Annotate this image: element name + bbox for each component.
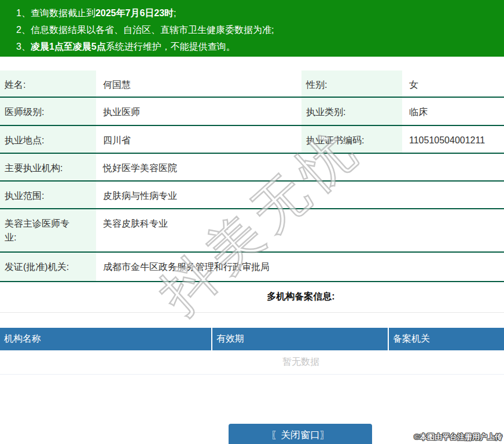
notice-text: ; bbox=[174, 8, 176, 18]
field-value-certificate-no: 110510504001211 bbox=[402, 126, 504, 153]
notice-line-2: 2、信息数据结果以各省、自治区、直辖市卫生健康委数据为准; bbox=[16, 21, 504, 38]
empty-data-message: 暂无数据 bbox=[0, 350, 504, 375]
table-row: 医师级别: 执业医师 执业类别: 临床 bbox=[0, 98, 504, 126]
upload-credit-text: ©本图由平台注册用户上传 bbox=[414, 432, 502, 442]
field-value-gender: 女 bbox=[402, 71, 504, 97]
field-value-name: 何国慧 bbox=[96, 71, 301, 97]
notice-line-1: 1、查询数据截止到2025年7月6日23时; bbox=[16, 5, 504, 21]
field-label-cosmetic-specialty: 美容主诊医师专 业: bbox=[0, 209, 96, 251]
field-label-category: 执业类别: bbox=[301, 98, 402, 125]
table-row: 执业范围: 皮肤病与性病专业 bbox=[0, 182, 504, 209]
column-header-institution: 机构名称 bbox=[0, 328, 212, 350]
field-label-name: 姓名: bbox=[0, 71, 96, 97]
divider bbox=[0, 312, 504, 313]
practitioner-info-table: 姓名: 何国慧 性别: 女 医师级别: 执业医师 执业类别: 临床 执业地点: … bbox=[0, 71, 504, 282]
field-value-category: 临床 bbox=[402, 98, 504, 125]
field-value-location: 四川省 bbox=[96, 126, 301, 153]
table-row: 主要执业机构: 悦好医学美容医院 bbox=[0, 154, 504, 182]
notice-line-number: 1、 bbox=[16, 8, 31, 18]
field-value-scope: 皮肤病与性病专业 bbox=[96, 182, 504, 208]
column-header-validity: 有效期 bbox=[212, 328, 389, 350]
field-value-cosmetic-specialty: 美容皮肤科专业 bbox=[96, 209, 504, 251]
multi-org-section-title: 多机构备案信息: bbox=[0, 290, 504, 303]
notice-text: 查询数据截止到 bbox=[31, 8, 95, 18]
notice-banner: 1、查询数据截止到2025年7月6日23时; 2、信息数据结果以各省、自治区、直… bbox=[0, 0, 504, 57]
field-label-level: 医师级别: bbox=[0, 98, 96, 125]
notice-text-bold: 2025年7月6日23时 bbox=[95, 8, 174, 18]
field-label-issuing-authority: 发证(批准)机关: bbox=[0, 253, 96, 281]
field-label-certificate-no: 执业证书编码: bbox=[301, 126, 402, 153]
table-row: 姓名: 何国慧 性别: 女 bbox=[0, 71, 504, 98]
table-row: 美容主诊医师专 业: 美容皮肤科专业 bbox=[0, 209, 504, 253]
field-label-gender: 性别: bbox=[301, 71, 402, 97]
notice-text: 信息数据结果以各省、自治区、直辖市卫生健康委数据为准; bbox=[31, 25, 274, 35]
field-value-issuing-authority: 成都市金牛区政务服务管理和行政审批局 bbox=[96, 253, 504, 281]
table-row: 发证(批准)机关: 成都市金牛区政务服务管理和行政审批局 bbox=[0, 253, 504, 282]
notice-line-3: 3、凌晨1点至凌晨5点系统进行维护，不能提供查询。 bbox=[16, 38, 504, 55]
notice-line-number: 2、 bbox=[16, 25, 31, 35]
column-header-record-authority: 备案机关 bbox=[389, 328, 504, 350]
field-label-main-institution: 主要执业机构: bbox=[0, 154, 96, 180]
notice-text-bold: 凌晨1点至凌晨5点 bbox=[31, 42, 106, 51]
records-table-header: 机构名称 有效期 备案机关 bbox=[0, 328, 504, 350]
page-content: 1、查询数据截止到2025年7月6日23时; 2、信息数据结果以各省、自治区、直… bbox=[0, 0, 504, 444]
field-label-location: 执业地点: bbox=[0, 126, 96, 153]
field-value-level: 执业医师 bbox=[96, 98, 301, 125]
table-row: 执业地点: 四川省 执业证书编码: 110510504001211 bbox=[0, 126, 504, 154]
field-label-scope: 执业范围: bbox=[0, 182, 96, 208]
notice-line-number: 3、 bbox=[16, 42, 31, 51]
notice-text: 系统进行维护，不能提供查询。 bbox=[106, 42, 236, 51]
field-value-main-institution: 悦好医学美容医院 bbox=[96, 154, 504, 180]
close-window-button[interactable]: 〖关闭窗口〗 bbox=[229, 424, 372, 444]
